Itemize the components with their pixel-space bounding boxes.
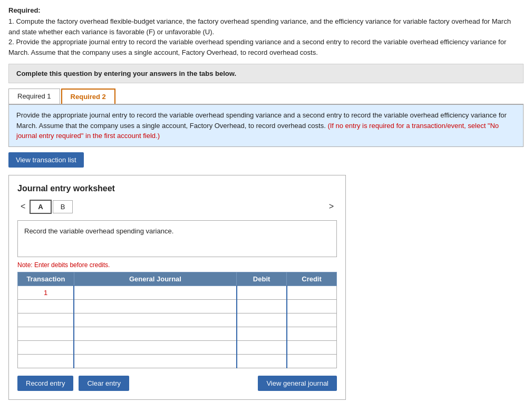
- credit-cell-5[interactable]: [287, 340, 337, 354]
- general-journal-cell-3[interactable]: [74, 313, 236, 327]
- debit-cell-6[interactable]: [237, 354, 287, 368]
- tab-required1[interactable]: Required 1: [8, 89, 60, 104]
- credit-cell-3[interactable]: [287, 313, 337, 327]
- transaction-cell-6: [18, 354, 74, 368]
- credit-cell-6[interactable]: [287, 354, 337, 368]
- debit-cell-2[interactable]: [237, 299, 287, 313]
- clear-entry-button[interactable]: Clear entry: [79, 376, 129, 391]
- debit-cell-3[interactable]: [237, 313, 287, 327]
- view-general-journal-button[interactable]: View general journal: [258, 376, 337, 391]
- credit-input-5[interactable]: [287, 341, 336, 354]
- transaction-cell-1: 1: [18, 286, 74, 299]
- col-header-debit: Debit: [237, 272, 287, 286]
- table-row: [18, 340, 337, 354]
- worksheet-tab-b[interactable]: B: [53, 200, 73, 213]
- record-entry-button[interactable]: Record entry: [17, 376, 73, 391]
- credit-input-6[interactable]: [287, 355, 336, 368]
- table-row: 1: [18, 286, 337, 299]
- btn-row: Record entry Clear entry View general jo…: [17, 376, 337, 391]
- general-journal-cell-2[interactable]: [74, 299, 236, 313]
- next-arrow[interactable]: >: [326, 201, 337, 212]
- worksheet-container: Journal entry worksheet < A B > Record t…: [8, 175, 346, 400]
- debit-input-5[interactable]: [237, 341, 286, 354]
- debit-input-3[interactable]: [237, 313, 286, 327]
- instruction-line2: 2. Provide the appropriate journal entry…: [8, 38, 506, 56]
- general-journal-cell-6[interactable]: [74, 354, 236, 368]
- table-row: [18, 299, 337, 313]
- instruction-line1: 1. Compute the factory overhead flexible…: [8, 17, 511, 36]
- debit-input-2[interactable]: [237, 300, 286, 313]
- debit-input-4[interactable]: [237, 327, 286, 340]
- debit-cell-1[interactable]: [237, 286, 287, 299]
- debit-input-1[interactable]: [237, 286, 286, 299]
- col-header-credit: Credit: [287, 272, 337, 286]
- general-journal-input-5[interactable]: [74, 341, 236, 354]
- note-text: Note: Enter debits before credits.: [17, 261, 337, 269]
- general-journal-input-2[interactable]: [74, 300, 236, 313]
- debit-input-6[interactable]: [237, 355, 286, 368]
- credit-input-3[interactable]: [287, 313, 336, 327]
- credit-input-2[interactable]: [287, 300, 336, 313]
- prev-arrow[interactable]: <: [17, 201, 28, 212]
- transaction-cell-4: [18, 327, 74, 340]
- debit-cell-5[interactable]: [237, 340, 287, 354]
- table-row: [18, 313, 337, 327]
- tab-content-box: Provide the appropriate journal entry to…: [8, 105, 524, 147]
- credit-cell-1[interactable]: [287, 286, 337, 299]
- description-box: Record the variable overhead spending va…: [17, 220, 337, 257]
- general-journal-cell-5[interactable]: [74, 340, 236, 354]
- general-journal-cell-4[interactable]: [74, 327, 236, 340]
- journal-table: Transaction General Journal Debit Credit…: [17, 272, 337, 368]
- credit-input-4[interactable]: [287, 327, 336, 340]
- credit-input-1[interactable]: [287, 286, 336, 299]
- general-journal-input-4[interactable]: [74, 327, 236, 340]
- instructions: 1. Compute the factory overhead flexible…: [8, 16, 524, 57]
- credit-cell-4[interactable]: [287, 327, 337, 340]
- general-journal-input-6[interactable]: [74, 355, 236, 368]
- table-row: [18, 354, 337, 368]
- credit-cell-2[interactable]: [287, 299, 337, 313]
- table-row: [18, 327, 337, 340]
- col-header-general: General Journal: [74, 272, 236, 286]
- transaction-cell-2: [18, 299, 74, 313]
- general-journal-input-3[interactable]: [74, 313, 236, 327]
- worksheet-tab-a[interactable]: A: [30, 200, 51, 214]
- view-transaction-button[interactable]: View transaction list: [8, 152, 84, 168]
- required-header: Required:: [8, 6, 524, 14]
- debit-cell-4[interactable]: [237, 327, 287, 340]
- worksheet-title: Journal entry worksheet: [17, 184, 337, 193]
- worksheet-nav: < A B >: [17, 200, 337, 214]
- complete-box: Complete this question by entering your …: [8, 64, 524, 83]
- transaction-cell-3: [18, 313, 74, 327]
- general-journal-cell-1[interactable]: [74, 286, 236, 299]
- tabs-row: Required 1 Required 2: [8, 89, 524, 105]
- col-header-transaction: Transaction: [18, 272, 74, 286]
- transaction-cell-5: [18, 340, 74, 354]
- tab-required2[interactable]: Required 2: [61, 89, 115, 104]
- general-journal-input-1[interactable]: [74, 286, 236, 299]
